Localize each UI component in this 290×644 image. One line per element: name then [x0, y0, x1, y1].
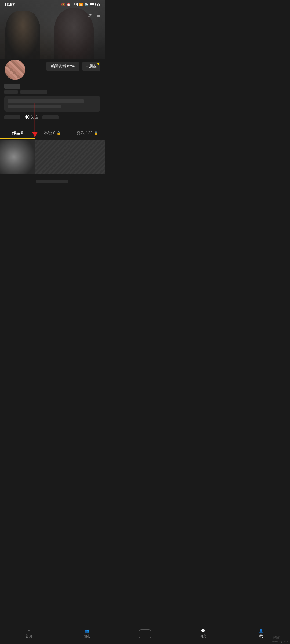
profile-section: 编辑资料 85% + 朋友 40 关注	[0, 59, 105, 127]
battery-icon	[90, 3, 96, 6]
edit-profile-button[interactable]: 编辑资料 85%	[46, 62, 79, 71]
grid-item-1[interactable]	[0, 140, 35, 174]
user-id-bar-1	[4, 90, 18, 94]
username-placeholder	[4, 84, 20, 89]
like-icon[interactable]: ☞	[87, 12, 93, 19]
battery-pct: 88	[97, 3, 100, 6]
content-tabs: 作品 0 私密 0 🔒 喜欢 122 🔒	[0, 127, 105, 139]
below-grid-section	[0, 174, 105, 189]
following-label: 关注	[31, 115, 38, 120]
followers-placeholder	[4, 115, 20, 119]
avatar-image	[5, 60, 25, 80]
alarm-icon: ⏰	[67, 3, 71, 6]
grid-item-1-thumb	[0, 140, 35, 174]
tab-likes[interactable]: 喜欢 122 🔒	[70, 127, 105, 139]
tabs-container: 作品 0 私密 0 🔒 喜欢 122 🔒	[0, 127, 105, 139]
username-block	[4, 84, 100, 94]
bio-line-2	[8, 105, 61, 108]
silent-icon: 🔕	[61, 3, 65, 6]
add-friend-button[interactable]: + 朋友	[82, 62, 100, 71]
bio-box	[4, 96, 100, 112]
user-id-bar-2	[20, 90, 47, 94]
content-grid	[0, 139, 105, 174]
hero-figure-left	[5, 11, 40, 59]
below-text-placeholder	[36, 180, 68, 183]
status-bar: 13:57 🔕 ⏰ HD 📶 📡 88	[0, 0, 105, 8]
profile-buttons: 编辑资料 85% + 朋友	[46, 59, 100, 71]
hd-badge: HD	[72, 3, 77, 6]
user-id-row	[4, 90, 100, 94]
hero-actions: ☞ ≡	[87, 12, 100, 19]
signal-icon: 📶	[79, 3, 83, 6]
wifi-icon: 📡	[84, 3, 88, 6]
grid-item-2[interactable]	[35, 140, 70, 174]
status-time: 13:57	[4, 2, 15, 7]
tab-underline	[0, 138, 35, 139]
bio-line-1	[8, 99, 84, 103]
profile-top: 编辑资料 85% + 朋友	[4, 59, 100, 80]
hero-banner: ☞ ≡	[0, 0, 105, 64]
stats-row: 40 关注	[4, 115, 100, 123]
grid-item-3[interactable]	[70, 140, 105, 174]
tab-works[interactable]: 作品 0	[0, 127, 35, 139]
grid-item-2-thumb	[35, 140, 70, 174]
menu-icon[interactable]: ≡	[97, 12, 100, 19]
private-lock-icon: 🔒	[57, 131, 61, 135]
following-stat[interactable]: 40 关注	[25, 115, 38, 120]
likes-lock-icon: 🔒	[94, 131, 98, 135]
grid-item-3-thumb	[70, 140, 105, 174]
following-count: 40	[25, 115, 30, 120]
tab-private[interactable]: 私密 0 🔒	[35, 127, 70, 139]
hero-background	[0, 0, 105, 64]
avatar	[4, 59, 26, 80]
status-icons: 🔕 ⏰ HD 📶 📡 88	[61, 3, 100, 6]
fans-placeholder	[42, 115, 59, 119]
notification-dot	[97, 63, 99, 65]
